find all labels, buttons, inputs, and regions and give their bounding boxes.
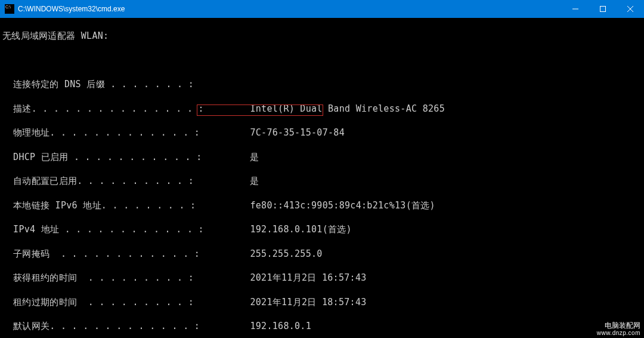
svg-rect-0 bbox=[600, 7, 606, 12]
lease-expires-value: 2021年11月2日 18:57:43 bbox=[250, 296, 366, 308]
dhcp-enabled-value: 是 bbox=[250, 151, 259, 163]
ipv4-address-value: 192.168.0.101(首选) bbox=[250, 223, 352, 235]
watermark-url: www.dnzp.com bbox=[597, 330, 640, 337]
description-value: Intel(R) Dual Band Wireless-AC 8265 bbox=[250, 103, 445, 115]
window-title: C:\WINDOWS\system32\cmd.exe bbox=[18, 5, 562, 13]
ipv6-local-label: 本地链接 IPv6 地址. . . . . . . . : bbox=[13, 199, 250, 211]
ipv4-address-label: IPv4 地址 . . . . . . . . . . . . : bbox=[13, 223, 250, 235]
cmd-icon bbox=[5, 4, 14, 14]
default-gateway-label: 默认网关. . . . . . . . . . . . . : bbox=[13, 320, 250, 332]
physical-address-value: 7C-76-35-15-07-84 bbox=[250, 127, 345, 139]
minimize-button[interactable] bbox=[562, 0, 589, 18]
lease-expires-label: 租约过期的时间 . . . . . . . . . : bbox=[13, 296, 250, 308]
dns-suffix-label: 连接特定的 DNS 后缀 . . . . . . . : bbox=[13, 78, 250, 90]
description-label: 描述. . . . . . . . . . . . . . . : bbox=[13, 103, 250, 115]
autoconfig-value: 是 bbox=[250, 175, 259, 187]
ipv6-local-value: fe80::413c:9905:89c4:b21c%13(首选) bbox=[250, 199, 435, 211]
close-button[interactable] bbox=[617, 0, 644, 18]
default-gateway-value: 192.168.0.1 bbox=[250, 320, 311, 332]
window-controls bbox=[562, 0, 644, 18]
physical-address-label: 物理地址. . . . . . . . . . . . . : bbox=[13, 127, 250, 139]
lease-obtained-label: 获得租约的时间 . . . . . . . . . : bbox=[13, 272, 250, 284]
terminal-output[interactable]: 无线局域网适配器 WLAN: 连接特定的 DNS 后缀 . . . . . . … bbox=[0, 18, 644, 338]
window-titlebar: C:\WINDOWS\system32\cmd.exe bbox=[0, 0, 644, 18]
watermark-text: 电脑装配网 bbox=[597, 321, 640, 330]
wlan-adapter-header: 无线局域网适配器 WLAN: bbox=[2, 30, 642, 42]
autoconfig-label: 自动配置已启用. . . . . . . . . . : bbox=[13, 175, 250, 187]
watermark: 电脑装配网 www.dnzp.com bbox=[597, 321, 640, 337]
maximize-button[interactable] bbox=[589, 0, 617, 18]
subnet-mask-value: 255.255.255.0 bbox=[250, 248, 322, 260]
dhcp-enabled-label: DHCP 已启用 . . . . . . . . . . . : bbox=[13, 151, 250, 163]
lease-obtained-value: 2021年11月2日 16:57:43 bbox=[250, 272, 366, 284]
subnet-mask-label: 子网掩码 . . . . . . . . . . . . : bbox=[13, 248, 250, 260]
